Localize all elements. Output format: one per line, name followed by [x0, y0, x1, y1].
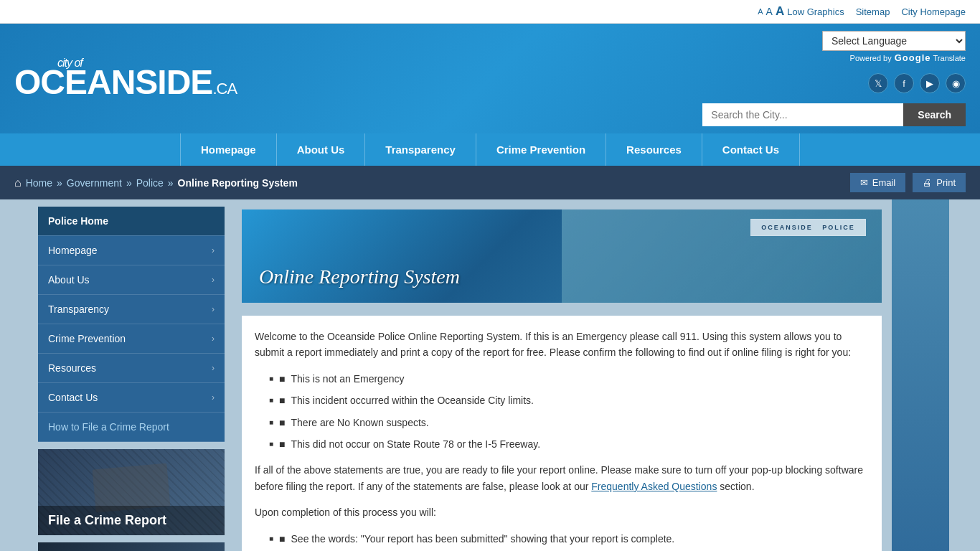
- checklist-bullet-2: ■: [279, 392, 285, 408]
- instagram-icon[interactable]: ◉: [946, 73, 966, 93]
- search-button[interactable]: Search: [903, 103, 966, 126]
- twitter-icon[interactable]: 𝕏: [868, 73, 888, 93]
- sidebar-item-about-us[interactable]: About Us ›: [38, 265, 225, 295]
- main-content: OCEANSIDE POLICE Online Reporting System…: [232, 199, 892, 551]
- font-small-button[interactable]: A: [758, 7, 763, 16]
- hero-banner-title: Online Reporting System: [242, 251, 477, 303]
- article-body-1-text: If all of the above statements are true,…: [255, 464, 863, 491]
- sidebar-item-transparency[interactable]: Transparency ›: [38, 295, 225, 324]
- breadcrumb-sep3: »: [168, 177, 174, 189]
- promo-crime-report-overlay: File a Crime Report: [38, 506, 225, 535]
- sidebar-label-resources: Resources: [48, 362, 96, 374]
- logo-ca: .CA: [212, 80, 237, 98]
- sidebar-link-crime-prevention[interactable]: Crime Prevention ›: [38, 324, 225, 353]
- site-header: city of OCEANSIDE.CA Select Language Pow…: [0, 24, 980, 133]
- article-body-1: If all of the above statements are true,…: [255, 462, 869, 494]
- nav-item-resources[interactable]: Resources: [606, 133, 702, 166]
- language-select[interactable]: Select Language: [822, 31, 966, 51]
- sidebar-link-about-us[interactable]: About Us ›: [38, 265, 225, 294]
- sidebar-label-about-us: About Us: [48, 274, 90, 286]
- nav-item-contact[interactable]: Contact Us: [702, 133, 800, 166]
- sidebar-link-contact-us[interactable]: Contact Us ›: [38, 383, 225, 412]
- sidebar-item-homepage[interactable]: Homepage ›: [38, 236, 225, 265]
- font-large-button[interactable]: A: [776, 4, 784, 19]
- background-right-panel: [892, 199, 949, 551]
- logo-area[interactable]: city of OCEANSIDE.CA: [14, 57, 237, 100]
- print-button[interactable]: 🖨 Print: [913, 173, 966, 192]
- top-bar-right: A A A Low Graphics Sitemap City Homepage: [758, 4, 966, 19]
- arrow-icon: ›: [212, 245, 215, 255]
- email-button[interactable]: ✉ Email: [850, 173, 906, 192]
- nav-link-homepage[interactable]: Homepage: [180, 133, 277, 166]
- breadcrumb-home[interactable]: Home: [26, 177, 52, 189]
- checklist-item-2: ■ This incident occurred within the Ocea…: [269, 392, 869, 408]
- sidebar-item-how-to-file[interactable]: How to File a Crime Report: [38, 413, 225, 442]
- nav-item-about[interactable]: About Us: [277, 133, 366, 166]
- breadcrumb-government[interactable]: Government: [67, 177, 122, 189]
- article-intro: Welcome to the Oceanside Police Online R…: [255, 329, 869, 361]
- arrow-icon-3: ›: [212, 304, 215, 314]
- sidebar-label-homepage: Homepage: [48, 245, 98, 256]
- promo-box-crime-report[interactable]: File a Crime Report: [38, 449, 225, 535]
- completion-bullet-1: ■: [279, 531, 285, 547]
- search-input[interactable]: [702, 103, 903, 126]
- hero-banner: OCEANSIDE POLICE Online Reporting System: [242, 209, 882, 303]
- main-navigation: Homepage About Us Transparency Crime Pre…: [0, 133, 980, 166]
- site-logo: city of OCEANSIDE.CA: [14, 57, 237, 100]
- checklist: ■ This is not an Emergency ■ This incide…: [269, 371, 869, 453]
- hero-banner-image: OCEANSIDE POLICE: [562, 209, 882, 303]
- youtube-icon[interactable]: ▶: [920, 73, 940, 93]
- breadcrumb-bar: ⌂ Home » Government » Police » Online Re…: [0, 166, 980, 199]
- content-wrapper: Police Home Homepage › About Us ›: [31, 199, 949, 551]
- facebook-icon[interactable]: f: [894, 73, 914, 93]
- nav-link-resources[interactable]: Resources: [606, 133, 702, 166]
- email-label: Email: [872, 177, 896, 188]
- upon-completion-text: Upon completion of this process you will…: [255, 504, 869, 520]
- sitemap-link[interactable]: Sitemap: [856, 6, 890, 17]
- sidebar-link-transparency[interactable]: Transparency ›: [38, 295, 225, 324]
- nav-link-transparency[interactable]: Transparency: [365, 133, 476, 166]
- nav-item-transparency[interactable]: Transparency: [365, 133, 476, 166]
- sidebar: Police Home Homepage › About Us ›: [31, 199, 232, 551]
- sidebar-label-contact-us: Contact Us: [48, 392, 98, 403]
- sidebar-label-crime-prevention: Crime Prevention: [48, 333, 126, 344]
- breadcrumb: ⌂ Home » Government » Police » Online Re…: [14, 176, 298, 189]
- print-icon: 🖨: [923, 177, 932, 188]
- sidebar-item-crime-prevention[interactable]: Crime Prevention ›: [38, 324, 225, 354]
- nav-link-contact[interactable]: Contact Us: [702, 133, 800, 166]
- arrow-icon-4: ›: [212, 334, 215, 344]
- logo-oceanside: OCEANSIDE: [14, 63, 212, 101]
- checklist-bullet-3: ■: [279, 415, 285, 430]
- article-body: Welcome to the Oceanside Police Online R…: [242, 316, 882, 551]
- checklist-text-2: This incident occurred within the Oceans…: [291, 392, 534, 408]
- nav-link-about[interactable]: About Us: [277, 133, 366, 166]
- completion-list: ■ See the words: "Your report has been s…: [269, 531, 869, 551]
- sidebar-item-contact-us[interactable]: Contact Us ›: [38, 383, 225, 413]
- breadcrumb-police[interactable]: Police: [136, 177, 164, 189]
- social-icons: 𝕏 f ▶ ◉: [868, 73, 966, 93]
- header-right: Select Language Powered by Google Transl…: [702, 31, 966, 126]
- city-homepage-link[interactable]: City Homepage: [901, 6, 966, 17]
- sidebar-item-resources[interactable]: Resources ›: [38, 354, 225, 383]
- sidebar-link-police-home[interactable]: Police Home: [38, 207, 225, 235]
- nav-item-homepage[interactable]: Homepage: [180, 133, 277, 166]
- checklist-item-3: ■ There are No Known suspects.: [269, 415, 869, 430]
- low-graphics-link[interactable]: Low Graphics: [787, 6, 844, 17]
- sidebar-link-resources[interactable]: Resources ›: [38, 354, 225, 382]
- checklist-bullet-4: ■: [279, 436, 285, 452]
- sidebar-link-homepage[interactable]: Homepage ›: [38, 236, 225, 265]
- google-logo: Google: [895, 52, 930, 63]
- checklist-text-4: This did not occur on State Route 78 or …: [291, 436, 541, 452]
- promo-box-crime-stats[interactable]: Crime Statistics: [38, 542, 225, 551]
- print-label: Print: [936, 177, 956, 188]
- arrow-icon-6: ›: [212, 392, 215, 402]
- completion-item-1: ■ See the words: "Your report has been s…: [269, 531, 869, 547]
- sidebar-item-police-home[interactable]: Police Home: [38, 207, 225, 236]
- nav-link-crime-prevention[interactable]: Crime Prevention: [476, 133, 606, 166]
- font-med-button[interactable]: A: [766, 6, 773, 17]
- sidebar-link-how-to-file[interactable]: How to File a Crime Report: [38, 413, 225, 441]
- faq-link[interactable]: Frequently Asked Questions: [591, 481, 717, 492]
- nav-item-crime-prevention[interactable]: Crime Prevention: [476, 133, 606, 166]
- breadcrumb-current: Online Reporting System: [178, 177, 298, 189]
- home-icon: ⌂: [14, 176, 22, 189]
